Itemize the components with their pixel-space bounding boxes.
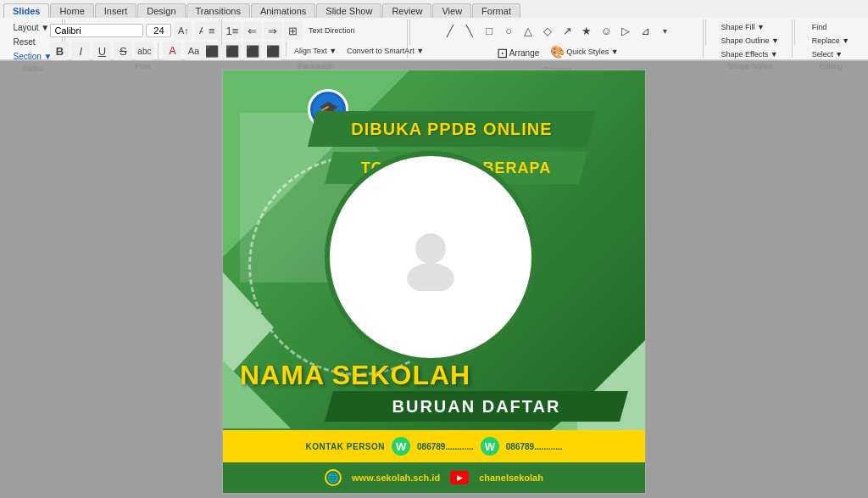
align-text-button[interactable]: Align Text ▼ (290, 42, 341, 60)
contact-label: KONTAK PERSON (306, 442, 386, 451)
shape-effects-button[interactable]: Shape Effects ▼ (717, 48, 782, 60)
whatsapp-icon-2: W (481, 437, 499, 456)
font-size-input[interactable] (146, 24, 171, 37)
strikethrough-button[interactable]: S (114, 42, 132, 60)
contact-bar: KONTAK PERSON W 086789............ W 086… (223, 430, 645, 462)
layout-button[interactable]: Layout ▼ (8, 21, 53, 34)
shadow-button[interactable]: abc (135, 42, 153, 60)
cta-text: BURUAN DAFTAR (392, 397, 561, 417)
tab-animations[interactable]: Animations (251, 3, 315, 18)
font-aa-button[interactable]: Aa (184, 42, 203, 60)
phone-number-1: 086789............ (417, 442, 474, 451)
tab-review[interactable]: Review (382, 3, 431, 18)
website-bar: 🌐 www.sekolah.sch.id ▶ chanelsekolah (223, 462, 645, 493)
para-row1: ≡ 1≡ ⇐ ⇒ ⊞ Text Direction (203, 21, 359, 40)
separator-font (158, 42, 159, 59)
bullets-button[interactable]: ≡ (203, 21, 221, 40)
separator5 (794, 20, 795, 45)
quick-styles-button[interactable]: 🎨 Quick Styles ▼ (545, 42, 623, 61)
columns-button[interactable]: ⊞ (284, 21, 303, 40)
separator3 (409, 20, 410, 45)
align-right-button[interactable]: ⬛ (243, 42, 262, 60)
arrange-label: Arrange (509, 48, 540, 58)
bold-button[interactable]: B (50, 42, 69, 60)
tab-transitions[interactable]: Transitions (186, 3, 250, 18)
shape-icon-2[interactable]: ╲ (460, 21, 479, 40)
shape-props-content: Shape Fill ▼ Shape Outline ▼ Shape Effec… (717, 21, 783, 60)
tab-slideshow[interactable]: Slide Show (316, 3, 381, 18)
align-left-button[interactable]: ⬛ (203, 42, 221, 60)
photo-placeholder-icon (397, 223, 465, 291)
shape-icon-6[interactable]: ◇ (538, 21, 557, 40)
ribbon-body: Layout ▼ Reset Section ▼ Slides A↑ A↓ ✕ … (0, 18, 868, 60)
tab-home[interactable]: Home (50, 3, 93, 18)
tab-view[interactable]: View (432, 3, 471, 18)
headline1-text: DIBUKA PPDB ONLINE (351, 120, 552, 139)
tab-design[interactable]: Design (137, 3, 185, 18)
quick-styles-icon: 🎨 (550, 45, 565, 59)
tab-insert[interactable]: Insert (95, 3, 137, 18)
font-group-title: Font (135, 62, 150, 70)
replace-button[interactable]: Replace ▼ (808, 35, 854, 47)
svg-point-0 (415, 233, 446, 264)
shape-icon-9[interactable]: ☺ (597, 21, 615, 40)
font-color-button[interactable]: A (163, 42, 181, 60)
font-group: A↑ A↓ ✕ B I U S abc A Aa Aa Font (67, 20, 220, 58)
drawing-more-btn[interactable]: ▾ (655, 21, 674, 40)
slides-group-content: Layout ▼ Reset Section ▼ (8, 21, 56, 63)
slide-area: 🎓 DIBUKA PPDB ONLINE TGL BERAPA - BERAPA… (0, 61, 868, 498)
select-button[interactable]: Select ▼ (808, 48, 847, 60)
svg-point-1 (407, 263, 454, 291)
drawing-group: ╱ ╲ □ ○ △ ◇ ↗ ★ ☺ ▷ ⊿ ▾ ⊡ Arrange 🎨 Quic… (412, 20, 704, 58)
shape-icon-3[interactable]: □ (480, 21, 498, 40)
find-button[interactable]: Find (808, 21, 832, 33)
shape-icon-1[interactable]: ╱ (441, 21, 459, 40)
tab-bar: Slides Home Insert Design Transitions An… (0, 0, 868, 18)
shape-icon-11[interactable]: ⊿ (636, 21, 654, 40)
youtube-channel: chanelsekolah (479, 473, 543, 483)
poster: 🎓 DIBUKA PPDB ONLINE TGL BERAPA - BERAPA… (222, 70, 646, 494)
justify-button[interactable]: ⬛ (264, 42, 282, 60)
paragraph-content: ≡ 1≡ ⇐ ⇒ ⊞ Text Direction ⬛ ⬛ ⬛ ⬛ Align … (203, 21, 428, 60)
globe-icon: 🌐 (325, 469, 342, 486)
slides-group-title: Slides (22, 64, 43, 73)
font-name-input[interactable] (50, 24, 143, 37)
shape-props-group: Shape Fill ▼ Shape Outline ▼ Shape Effec… (708, 20, 793, 58)
paragraph-group: ≡ 1≡ ⇐ ⇒ ⊞ Text Direction ⬛ ⬛ ⬛ ⬛ Align … (224, 20, 408, 58)
decrease-indent-button[interactable]: ⇐ (243, 21, 262, 40)
shape-icon-5[interactable]: △ (519, 21, 537, 40)
youtube-icon: ▶ (450, 471, 469, 484)
editing-group-title: Editing (819, 62, 843, 70)
ribbon: Slides Home Insert Design Transitions An… (0, 0, 868, 61)
photo-circle (325, 151, 537, 363)
italic-button[interactable]: I (71, 42, 90, 60)
font-row2: B I U S abc A Aa Aa (50, 42, 224, 60)
editing-group: Find Replace ▼ Select ▼ Editing (797, 20, 865, 58)
tab-slides[interactable]: Slides (3, 3, 49, 18)
school-name: NAMA SEKOLAH (240, 360, 470, 391)
increase-font-button[interactable]: A↑ (174, 21, 192, 40)
align-center-button[interactable]: ⬛ (223, 42, 242, 60)
increase-indent-button[interactable]: ⇒ (264, 21, 282, 40)
editing-content: Find Replace ▼ Select ▼ (808, 21, 854, 60)
text-direction-button[interactable]: Text Direction (304, 21, 359, 40)
numbering-button[interactable]: 1≡ (223, 21, 242, 40)
phone-number-2: 086789............ (506, 442, 563, 451)
shape-props-title: Shape Styles (727, 62, 772, 70)
shape-outline-button[interactable]: Shape Outline ▼ (717, 35, 783, 47)
shape-icon-8[interactable]: ★ (577, 21, 596, 40)
whatsapp-icon-1: W (392, 437, 410, 456)
quick-styles-label: Quick Styles ▼ (566, 48, 618, 56)
drawing-content: ╱ ╲ □ ○ △ ◇ ↗ ★ ☺ ▷ ⊿ ▾ ⊡ Arrange 🎨 Quic… (417, 21, 698, 64)
arrange-button[interactable]: ⊡ Arrange (492, 42, 545, 64)
shape-icon-10[interactable]: ▷ (616, 21, 635, 40)
shape-fill-button[interactable]: Shape Fill ▼ (717, 21, 769, 33)
reset-button[interactable]: Reset (8, 36, 39, 48)
shape-icon-7[interactable]: ↗ (558, 21, 576, 40)
underline-button[interactable]: U (92, 42, 111, 60)
tab-format[interactable]: Format (472, 3, 520, 18)
section-button[interactable]: Section ▼ (8, 50, 56, 63)
para-row2: ⬛ ⬛ ⬛ ⬛ Align Text ▼ Convert to SmartArt… (203, 42, 428, 60)
shape-icon-4[interactable]: ○ (499, 21, 518, 40)
buruan-daftar: BURUAN DAFTAR (325, 391, 628, 422)
